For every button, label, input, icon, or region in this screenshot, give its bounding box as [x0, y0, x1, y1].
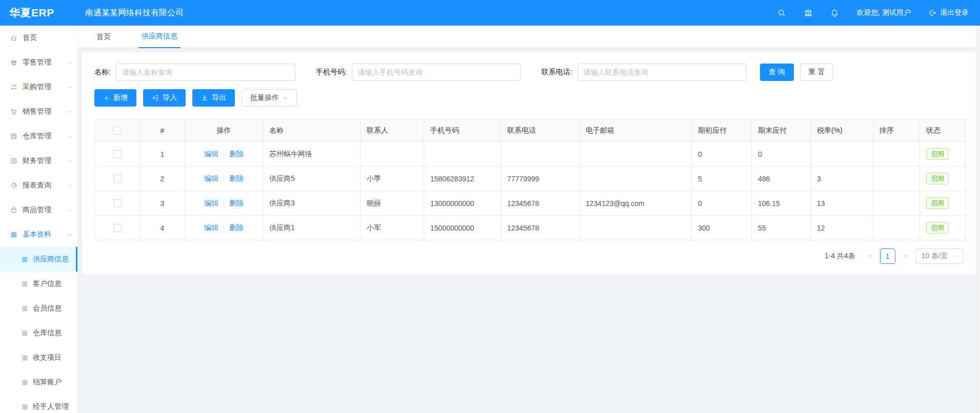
- edit-link[interactable]: 编辑: [204, 199, 218, 207]
- delete-link[interactable]: 删除: [229, 199, 244, 207]
- edit-link[interactable]: 编辑: [204, 150, 218, 158]
- topbar-actions: 欢迎您, 测试用户 退出登录: [777, 8, 980, 17]
- document-icon: [22, 305, 28, 312]
- operation-divider: [224, 175, 224, 182]
- pagination-page-1[interactable]: 1: [880, 249, 895, 264]
- bank-icon[interactable]: [804, 8, 813, 17]
- row-checkbox[interactable]: [113, 175, 122, 183]
- cell-status: 启用: [920, 142, 966, 167]
- sidebar-item-label: 零售管理: [23, 58, 67, 67]
- column-header: 电子邮箱: [579, 119, 692, 142]
- sidebar-item-warehouse[interactable]: 仓库管理: [0, 124, 77, 149]
- bag-icon: [10, 206, 17, 214]
- sidebar-subitem-settlement-account[interactable]: 结算账户: [0, 370, 77, 395]
- tab-home[interactable]: 首页: [93, 32, 114, 48]
- chevron-down-icon: [67, 85, 72, 90]
- export-button[interactable]: 导出: [192, 89, 235, 107]
- phone-filter-input[interactable]: [352, 64, 521, 81]
- cell-phone: 13000000000: [424, 191, 501, 216]
- notification-bell-icon[interactable]: [830, 9, 839, 17]
- cell-status: 启用: [920, 191, 966, 216]
- import-button[interactable]: 导入: [143, 89, 186, 107]
- sidebar-subitem-member[interactable]: 会员信息: [0, 296, 77, 321]
- search-button[interactable]: 查 询: [760, 64, 794, 81]
- sidebar-subitem-customer[interactable]: 客户信息: [0, 272, 77, 296]
- cell-begin-payable: 0: [692, 142, 752, 167]
- cell-begin-payable: 300: [692, 216, 752, 240]
- finance-icon: [10, 157, 17, 164]
- cell-tax-rate: 13: [811, 191, 873, 216]
- sidebar-subitem-label: 收支项目: [33, 353, 77, 362]
- row-checkbox[interactable]: [113, 199, 122, 208]
- cell-operations: 编辑删除: [185, 191, 263, 216]
- phone-filter-label: 手机号码:: [316, 68, 347, 77]
- column-header: 状态: [920, 119, 966, 142]
- document-icon: [22, 330, 28, 337]
- cell-sort: [873, 167, 920, 191]
- cell-index: 3: [140, 191, 185, 216]
- cell-tel: 12345678: [501, 191, 579, 216]
- search-icon[interactable]: [777, 9, 786, 17]
- logout-button[interactable]: 退出登录: [928, 8, 969, 17]
- column-header: 联系电话: [501, 119, 579, 142]
- appstore-icon: [10, 231, 17, 238]
- cell-name: 供应商5: [263, 167, 361, 191]
- select-all-checkbox[interactable]: [113, 127, 122, 135]
- sidebar-item-finance[interactable]: 财务管理: [0, 149, 77, 173]
- tab-supplier-info[interactable]: 供应商信息: [138, 32, 181, 48]
- document-icon: [22, 281, 28, 287]
- app-logo: 华夏ERP: [0, 6, 78, 20]
- batch-operations-dropdown[interactable]: 批量操作: [242, 89, 297, 107]
- delete-link[interactable]: 删除: [229, 174, 244, 182]
- edit-link[interactable]: 编辑: [204, 223, 218, 232]
- sidebar-subitem-label: 仓库信息: [33, 328, 77, 338]
- cell-operations: 编辑删除: [185, 216, 263, 240]
- row-checkbox[interactable]: [113, 224, 122, 232]
- pagination-prev-button[interactable]: <: [864, 252, 876, 260]
- sidebar-item-goods[interactable]: 商品管理: [0, 198, 77, 222]
- page-size-select[interactable]: 10 条/页: [916, 249, 964, 264]
- cell-begin-payable: 5: [692, 167, 752, 191]
- home-icon: [10, 34, 17, 42]
- add-button[interactable]: 新增: [94, 89, 136, 107]
- cell-status: 启用: [920, 216, 966, 240]
- edit-link[interactable]: 编辑: [204, 174, 218, 182]
- delete-link[interactable]: 删除: [229, 150, 244, 158]
- chevron-up-icon: [67, 232, 72, 238]
- row-checkbox[interactable]: [113, 150, 122, 158]
- sidebar-item-home[interactable]: 首页: [0, 26, 77, 50]
- chevron-down-icon: [67, 208, 72, 213]
- sidebar-item-report[interactable]: 报表查询: [0, 173, 77, 198]
- cell-email: [579, 216, 692, 240]
- operation-divider: [224, 224, 224, 231]
- reset-button[interactable]: 重 置: [800, 64, 834, 81]
- toolbar-row: 新增 导入 导出 批量操作: [94, 89, 964, 107]
- column-header: 手机号码: [424, 119, 501, 142]
- sidebar-item-label: 商品管理: [23, 205, 67, 215]
- chevron-down-icon: [67, 158, 72, 164]
- purchase-icon: [10, 84, 17, 91]
- document-icon: [22, 379, 28, 386]
- sidebar-item-label: 仓库管理: [23, 132, 67, 141]
- sidebar-item-sales[interactable]: 销售管理: [0, 99, 77, 124]
- cart-icon: [10, 108, 17, 115]
- cell-operations: 编辑删除: [185, 142, 263, 167]
- sidebar-subitem-warehouse-info[interactable]: 仓库信息: [0, 321, 77, 345]
- download-icon: [201, 94, 208, 101]
- delete-link[interactable]: 删除: [229, 223, 244, 232]
- chevron-down-icon: [67, 60, 72, 66]
- sidebar-subitem-handler[interactable]: 经手人管理: [0, 395, 77, 413]
- sidebar-item-purchase[interactable]: 采购管理: [0, 75, 77, 99]
- sidebar-item-label: 首页: [23, 33, 72, 43]
- status-badge: 启用: [926, 148, 949, 160]
- tel-filter-input[interactable]: [577, 64, 747, 81]
- sidebar-subitem-income-expense[interactable]: 收支项目: [0, 345, 77, 370]
- table-header-row: #操作名称联系人手机号码联系电话电子邮箱期初应付期末应付税率(%)排序状态: [95, 119, 966, 142]
- pagination-next-button[interactable]: >: [899, 252, 912, 260]
- sidebar-item-basic[interactable]: 基本资料: [0, 222, 77, 247]
- name-filter-input[interactable]: [116, 64, 295, 81]
- page-scrollbar[interactable]: [976, 26, 980, 413]
- sidebar-item-retail[interactable]: 零售管理: [0, 50, 77, 75]
- sidebar-subitem-supplier[interactable]: 供应商信息: [0, 247, 77, 272]
- page-size-value: 10 条/页: [922, 252, 948, 261]
